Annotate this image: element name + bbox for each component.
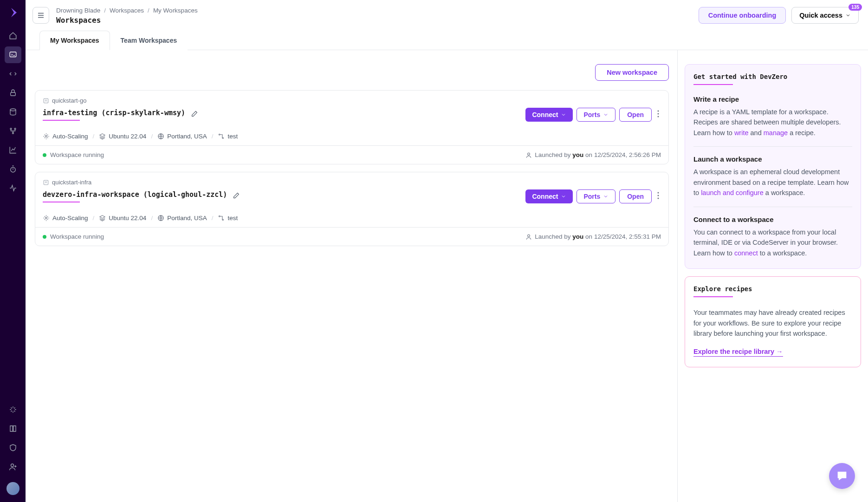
edit-icon[interactable] (191, 110, 198, 119)
branch-icon (218, 215, 225, 222)
svg-point-14 (219, 134, 220, 136)
workspace-title: devzero-infra-workspace (logical-ghoul-z… (43, 190, 227, 199)
nav-home-icon[interactable] (5, 27, 21, 44)
svg-point-20 (658, 198, 659, 199)
launched-info: Launched by you on 12/25/2024, 2:55:31 P… (525, 233, 661, 240)
workspace-list: New workspace quickstart-go infra-testin… (26, 50, 678, 502)
nav-analytics-icon[interactable] (5, 142, 21, 158)
meta-scaling: Auto-Scaling (43, 215, 88, 222)
ports-button[interactable]: Ports (577, 108, 615, 122)
app-logo-icon (7, 7, 19, 18)
recipe-icon (43, 98, 49, 104)
recipe-name: quickstart-go (43, 97, 661, 104)
user-icon (525, 152, 532, 158)
section-text: A workspace is an ephemeral cloud develo… (693, 167, 852, 198)
globe-icon (157, 215, 164, 222)
crumb-current[interactable]: My Workspaces (153, 7, 198, 14)
ports-button[interactable]: Ports (577, 189, 615, 203)
svg-point-10 (658, 113, 659, 115)
svg-point-11 (658, 116, 659, 117)
gear-icon (43, 133, 50, 140)
nav-sparkle-icon[interactable] (5, 401, 21, 418)
user-icon (525, 234, 532, 240)
meta-branch: test (218, 215, 238, 222)
gear-icon (43, 215, 50, 222)
svg-point-2 (10, 109, 16, 111)
chevron-down-icon (845, 13, 851, 18)
svg-point-3 (10, 128, 12, 130)
chevron-down-icon (561, 112, 566, 117)
status-dot-icon (43, 235, 46, 239)
svg-rect-17 (44, 180, 48, 184)
page-title: Workspaces (56, 16, 699, 25)
section-heading: Launch a workspace (693, 155, 852, 163)
svg-rect-1 (10, 92, 15, 96)
user-avatar[interactable] (6, 482, 19, 495)
crumb-workspaces[interactable]: Workspaces (110, 7, 144, 14)
meta-os: Ubuntu 22.04 (99, 215, 146, 222)
explore-recipes-panel: Explore recipes Your teammates may have … (685, 276, 861, 367)
crumb-team[interactable]: Drowning Blade (56, 7, 100, 14)
svg-point-19 (658, 195, 659, 196)
kebab-menu-icon[interactable] (655, 108, 661, 121)
recipe-name: quickstart-infra (43, 179, 661, 186)
meta-os: Ubuntu 22.04 (99, 133, 146, 140)
connect-button[interactable]: Connect (525, 189, 573, 203)
chevron-down-icon (561, 194, 566, 199)
quick-access-button[interactable]: Quick access 135 (791, 7, 859, 24)
section-text: A recipe is a YAML template for a worksp… (693, 107, 852, 138)
layers-icon (99, 133, 106, 140)
open-button[interactable]: Open (619, 189, 652, 203)
nav-timer-icon[interactable] (5, 161, 21, 177)
chevron-down-icon (603, 112, 609, 117)
svg-rect-8 (44, 98, 48, 103)
section-text: You can connect to a workspace from your… (693, 227, 852, 258)
nav-invite-icon[interactable] (5, 458, 21, 475)
write-link[interactable]: write (734, 129, 749, 137)
globe-icon (157, 133, 164, 140)
nav-storage-icon[interactable] (5, 104, 21, 120)
manage-link[interactable]: manage (764, 129, 788, 137)
section-heading: Connect to a workspace (693, 215, 852, 223)
tab-my-workspaces[interactable]: My Workspaces (39, 31, 110, 50)
layers-icon (99, 215, 106, 222)
connect-link[interactable]: connect (734, 249, 758, 257)
page-header: Drowning Blade/ Workspaces/ My Workspace… (26, 0, 868, 25)
svg-point-21 (45, 217, 47, 219)
new-workspace-button[interactable]: New workspace (595, 64, 669, 81)
workspace-title: infra-testing (crisp-skylark-wmsy) (43, 109, 185, 117)
nav-recipes-icon[interactable] (5, 65, 21, 82)
workspace-status: Workspace running (43, 151, 104, 158)
chat-fab-button[interactable] (829, 463, 855, 489)
section-text: Your teammates may have already created … (693, 307, 852, 339)
nav-branches-icon[interactable] (5, 123, 21, 139)
svg-point-23 (219, 216, 220, 217)
kebab-menu-icon[interactable] (655, 190, 661, 203)
connect-button[interactable]: Connect (525, 108, 573, 122)
get-started-panel: Get started with DevZero Write a recipe … (685, 64, 861, 269)
open-button[interactable]: Open (619, 108, 652, 122)
meta-scaling: Auto-Scaling (43, 133, 88, 140)
nav-workspaces-icon[interactable] (5, 46, 21, 63)
nav-activity-icon[interactable] (5, 180, 21, 196)
svg-rect-0 (10, 52, 16, 57)
svg-point-18 (658, 192, 659, 194)
nav-security-icon[interactable] (5, 85, 21, 101)
meta-region: Portland, USA (157, 133, 207, 140)
tab-team-workspaces[interactable]: Team Workspaces (110, 31, 188, 50)
edit-icon[interactable] (233, 192, 240, 201)
quick-access-label: Quick access (799, 12, 842, 19)
status-dot-icon (43, 153, 46, 157)
nav-docs-icon[interactable] (5, 420, 21, 437)
recipe-icon (43, 179, 49, 186)
continue-onboarding-button[interactable]: Continue onboarding (699, 7, 786, 24)
branch-icon (218, 133, 225, 140)
menu-toggle-button[interactable] (32, 7, 49, 24)
nav-shield-icon[interactable] (5, 439, 21, 456)
svg-point-5 (12, 132, 13, 134)
meta-region: Portland, USA (157, 215, 207, 222)
panel-title: Explore recipes (693, 285, 852, 293)
svg-point-9 (658, 111, 659, 112)
explore-library-link[interactable]: Explore the recipe library → (693, 348, 783, 357)
launch-link[interactable]: launch and configure (701, 189, 764, 196)
